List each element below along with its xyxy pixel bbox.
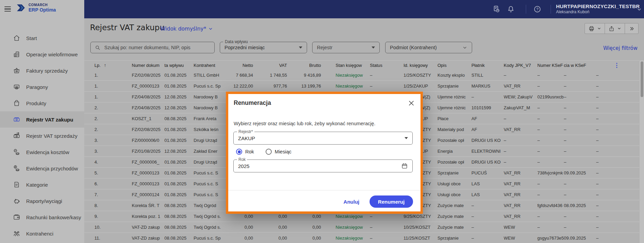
column-header-numer[interactable]: Numer dokum xyxy=(132,61,161,70)
page-title: Rejestr VAT zakupu xyxy=(90,23,165,32)
table-row[interactable]: 1.FZ_0000012301.08.2025Pucuś s.c. Sp12 2… xyxy=(84,81,639,92)
cell-platnik: AF xyxy=(471,113,503,124)
sidebar-item-operacje-wielofirmowe[interactable]: Operacje wielofirmowe xyxy=(0,46,84,62)
close-icon[interactable] xyxy=(408,99,415,107)
more-filters-link[interactable]: Więcej filtrów xyxy=(603,45,638,51)
document-status-icon[interactable] xyxy=(492,5,500,13)
search-input[interactable] xyxy=(104,44,210,51)
column-header-netto[interactable]: Netto xyxy=(218,61,253,70)
cell-netto: 12 222,00 xyxy=(218,81,253,92)
table-row[interactable]: 1.FZ/02/08/202501.08.2025STILL GmbH7 668… xyxy=(84,70,639,81)
cell-stan: Niezaksięgow xyxy=(336,81,369,92)
cell-opis: Pozostałe opł xyxy=(437,157,469,168)
column-header-vat[interactable]: VAT xyxy=(256,61,287,70)
column-header-opis[interactable]: Opis xyxy=(437,61,469,70)
search-icon xyxy=(95,45,101,51)
vertical-scrollbar[interactable] xyxy=(640,60,644,243)
cell-data: 12.08.2025 xyxy=(164,102,192,113)
cell-cia: 09.09.2025 xyxy=(564,233,594,243)
cell-cia: – xyxy=(564,211,594,222)
sidebar-item-kategorie[interactable]: Kategorie xyxy=(0,176,84,193)
year-field[interactable]: Rok 2025 xyxy=(233,160,413,172)
cell-ksef: – xyxy=(537,211,564,222)
sidebar-item-kontrahenci[interactable]: Kontrahenci xyxy=(0,225,84,242)
sidebar-item-rachunki-bankowe-kasy[interactable]: Rachunki bankowe/kasy xyxy=(0,209,84,225)
sidebar-item-ewidencja-przychodów[interactable]: Ewidencja przychodów xyxy=(0,160,84,176)
help-icon[interactable]: ? xyxy=(533,5,541,13)
subject-filter-select[interactable]: Podmiot (Kontrahent) xyxy=(385,42,472,53)
menu-toggle-button[interactable] xyxy=(4,6,11,13)
user-menu-chevron-icon[interactable] xyxy=(637,7,642,12)
more-actions-button[interactable] xyxy=(625,23,638,34)
column-header-last[interactable] xyxy=(596,61,610,70)
cell-data: 12.08.2025 xyxy=(164,146,192,157)
column-header-id[interactable]: Id. księgowy xyxy=(404,61,436,70)
cell-brutto: 0,00 xyxy=(290,222,321,233)
cell-vat: 1 748,55 xyxy=(256,70,287,81)
register-filter-select[interactable]: Rejestr xyxy=(312,42,380,53)
chevron-down-icon xyxy=(617,26,621,31)
cell-brutto: 13 199,76 xyxy=(290,81,321,92)
sidebar-item-paragony[interactable]: Paragony xyxy=(0,79,84,95)
column-header-lp[interactable]: Lp. xyxy=(94,61,120,70)
register-select[interactable]: Rejestr* ZAKUP xyxy=(233,132,413,145)
radio-month[interactable]: Miesiąc xyxy=(266,149,291,155)
sidebar-item-rejestr-vat-zakupu[interactable]: Rejestr VAT zakupu xyxy=(0,111,84,128)
cell-data: 08.08.2025 xyxy=(164,222,192,233)
sidebar-item-ewidencja-kosztów[interactable]: Ewidencja kosztów xyxy=(0,144,84,160)
cell-netto: 0,00 xyxy=(218,233,253,243)
calendar-icon[interactable] xyxy=(401,163,408,169)
sidebar-item-produkty[interactable]: Produkty xyxy=(0,95,84,111)
cancel-button[interactable]: Anuluj xyxy=(343,199,359,205)
year-field-label: Rok xyxy=(237,157,247,162)
dropdown-caret-icon xyxy=(299,46,302,49)
cell-last: – xyxy=(596,70,610,81)
column-header-cia[interactable]: cia w KSeF xyxy=(564,61,594,70)
cell-vat: 0,00 xyxy=(256,222,287,233)
cell-platnik: LAS xyxy=(471,179,503,189)
column-header-data[interactable]: ta wpływu xyxy=(164,61,192,70)
cell-lp: 2. xyxy=(94,124,120,135)
cell-numer: FZ/02/08/2025 xyxy=(132,124,161,135)
cell-opis: Energia xyxy=(437,146,469,157)
view-selector[interactable]: Widok domyślny* xyxy=(160,26,213,32)
cell-status: – xyxy=(370,81,401,92)
table-row[interactable]: 10.VAT-ZD zakup08.08.2025Twój Ogród s.0,… xyxy=(84,222,639,233)
scrollbar-thumb[interactable] xyxy=(641,61,643,97)
cell-kody: WEW; ZakupV xyxy=(504,92,536,102)
cell-numer: FZ/04/08/2025 xyxy=(132,92,161,102)
user-company-menu[interactable]: HURTPAPIERNOZYCZKI_TESTBR Aleksandra Kub… xyxy=(556,3,640,15)
radio-year[interactable]: Rok xyxy=(236,149,254,155)
cell-last: – xyxy=(596,189,610,200)
cell-last: – xyxy=(596,233,610,243)
print-button[interactable] xyxy=(585,23,605,34)
cell-kody: VAT_RR xyxy=(504,211,536,222)
export-button[interactable] xyxy=(605,23,625,34)
cell-numer: FZ_00000123 xyxy=(132,168,161,179)
cell-numer: Korekta ŚR. T xyxy=(132,200,161,211)
sidebar-item-start[interactable]: Start xyxy=(0,30,84,46)
renumeruj-button[interactable]: Renumeruj xyxy=(370,195,413,208)
cell-netto: 0,00 xyxy=(218,222,253,233)
table-row[interactable]: 11.VAT-ZD zakup08.08.2025Pucuś s.c. Sp0,… xyxy=(84,233,639,243)
cell-ksef: – xyxy=(537,124,564,135)
column-header-platnik[interactable]: Płatnik xyxy=(471,61,503,70)
cell-status: – xyxy=(370,70,401,81)
column-header-status[interactable]: Status xyxy=(370,61,401,70)
date-filter-select[interactable]: Data wpływu Poprzedni miesiąc xyxy=(220,42,307,53)
column-header-kody[interactable]: Kody JPK_V7 xyxy=(504,61,536,70)
sidebar: COMARCH ERP Optima StartOperacje wielofi… xyxy=(0,0,84,243)
column-header-ksef[interactable]: Numer KSeF xyxy=(537,61,564,70)
renumeracja-dialog: Renumeracja Wybierz rejestr oraz miesiąc… xyxy=(226,92,423,214)
cell-last: – xyxy=(596,200,610,211)
export-icon xyxy=(608,25,615,32)
sidebar-item-raporty-wyciągi[interactable]: Raporty/wyciągi xyxy=(0,193,84,209)
notifications-bell-icon[interactable] xyxy=(507,5,515,13)
sidebar-item-rejestr-vat-sprzedaży[interactable]: Rejestr VAT sprzedaży xyxy=(0,128,84,144)
column-header-stan[interactable]: Stan księgow xyxy=(336,61,369,70)
column-header-brutto[interactable]: Brutto xyxy=(290,61,321,70)
sidebar-item-faktury-sprzedaży[interactable]: Faktury sprzedaży xyxy=(0,62,84,79)
cell-kody: – xyxy=(504,135,536,146)
topbar-divider xyxy=(526,5,526,14)
column-options-kebab-icon[interactable]: ⋮ xyxy=(614,61,620,70)
